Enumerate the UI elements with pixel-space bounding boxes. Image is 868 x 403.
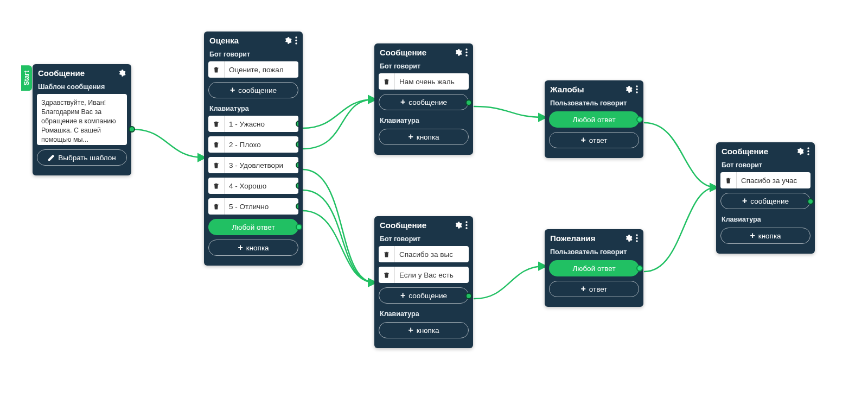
trash-icon[interactable] (208, 178, 225, 194)
plus-icon: + (238, 243, 242, 252)
any-answer-button[interactable]: Любой ответ (549, 260, 639, 276)
gear-icon[interactable] (796, 147, 804, 155)
plus-icon: + (408, 326, 413, 335)
node-title: Жалобы (550, 85, 584, 94)
keyboard-button-row[interactable]: 5 - Отлично (208, 198, 298, 215)
plus-icon: + (408, 133, 413, 141)
add-answer-button[interactable]: + ответ (549, 132, 639, 148)
trash-icon[interactable] (379, 73, 395, 90)
more-icon[interactable] (636, 234, 638, 242)
message-row[interactable]: Если у Вас есть (379, 267, 469, 283)
node-message-final[interactable]: Сообщение Бот говорит Спасибо за учас + … (716, 142, 815, 254)
trash-icon[interactable] (379, 246, 395, 262)
add-answer-label: ответ (589, 285, 608, 293)
add-button-button[interactable]: + кнопка (379, 129, 469, 145)
trash-icon[interactable] (208, 61, 225, 78)
node-complaints[interactable]: Жалобы Пользователь говорит Любой ответ … (545, 80, 643, 158)
add-answer-label: ответ (589, 136, 608, 144)
add-button-button[interactable]: + кнопка (720, 228, 810, 244)
node-message-sorry[interactable]: Сообщение Бот говорит Нам очень жаль + с… (374, 43, 473, 155)
svg-point-8 (465, 227, 467, 229)
node-wishes[interactable]: Пожелания Пользователь говорит Любой отв… (545, 229, 643, 307)
more-icon[interactable] (465, 221, 468, 229)
add-message-button[interactable]: + сообщение (720, 193, 810, 209)
gear-icon[interactable] (454, 221, 462, 229)
output-port[interactable] (636, 265, 643, 272)
message-row[interactable]: Спасибо за выс (379, 246, 469, 262)
more-icon[interactable] (465, 48, 468, 56)
keyboard-button-row[interactable]: 4 - Хорошо (208, 178, 298, 194)
svg-point-3 (465, 48, 467, 50)
output-port[interactable] (296, 203, 298, 210)
keyboard-button-row[interactable]: 2 - Плохо (208, 136, 298, 153)
svg-point-11 (636, 91, 637, 93)
button-text: 4 - Хорошо (225, 182, 298, 190)
more-icon[interactable] (295, 36, 297, 45)
message-text: Если у Вас есть (395, 271, 469, 279)
plus-icon: + (400, 291, 405, 300)
choose-template-button[interactable]: Выбрать шаблон (37, 149, 127, 166)
any-answer-label: Любой ответ (572, 116, 615, 124)
start-badge: Start (21, 65, 32, 91)
button-text: 3 - Удовлетвори (225, 161, 298, 169)
message-text: Оцените, пожал (225, 66, 298, 74)
plus-icon: + (750, 231, 755, 240)
svg-point-2 (295, 42, 297, 44)
output-port[interactable] (296, 224, 302, 230)
gear-icon[interactable] (624, 85, 633, 93)
svg-point-9 (636, 85, 637, 87)
add-message-button[interactable]: + сообщение (208, 82, 298, 98)
trash-icon[interactable] (379, 267, 395, 283)
node-title: Сообщение (380, 48, 426, 57)
output-port[interactable] (296, 162, 298, 168)
add-message-label: сообщение (750, 197, 789, 205)
any-answer-button[interactable]: Любой ответ (549, 111, 639, 128)
svg-point-6 (465, 221, 467, 223)
add-answer-button[interactable]: + ответ (549, 281, 639, 297)
trash-icon[interactable] (208, 136, 225, 153)
flow-canvas[interactable]: Start Сообщение Шаблон сообщения Здравст… (0, 0, 868, 403)
output-port[interactable] (296, 121, 298, 127)
node-message-thanks[interactable]: Сообщение Бот говорит Спасибо за выс Есл… (374, 216, 473, 348)
output-port[interactable] (296, 141, 298, 148)
add-message-button[interactable]: + сообщение (379, 287, 469, 304)
output-port[interactable] (129, 126, 135, 133)
add-button-button[interactable]: + кнопка (379, 322, 469, 338)
output-port[interactable] (807, 198, 814, 205)
gear-icon[interactable] (284, 36, 292, 45)
node-title: Сообщение (380, 221, 426, 230)
trash-icon[interactable] (720, 172, 737, 188)
more-icon[interactable] (636, 85, 638, 93)
add-button-button[interactable]: + кнопка (208, 240, 298, 256)
node-message-start[interactable]: Сообщение Шаблон сообщения Здравствуйте,… (33, 64, 131, 175)
add-message-button[interactable]: + сообщение (379, 94, 469, 110)
keyboard-button-row[interactable]: 3 - Удовлетвори (208, 157, 298, 173)
trash-icon[interactable] (208, 198, 225, 215)
more-icon[interactable] (807, 147, 809, 155)
any-answer-label: Любой ответ (232, 223, 275, 231)
message-row[interactable]: Оцените, пожал (208, 61, 298, 78)
any-answer-button[interactable]: Любой ответ (208, 219, 298, 235)
svg-point-13 (636, 237, 637, 239)
user-says-label: Пользователь говорит (549, 246, 639, 259)
gear-icon[interactable] (118, 69, 126, 77)
svg-point-10 (636, 89, 637, 90)
gear-icon[interactable] (624, 234, 633, 242)
keyboard-button-row[interactable]: 1 - Ужасно (208, 116, 298, 132)
node-title: Пожелания (550, 234, 595, 243)
trash-icon[interactable] (208, 116, 225, 132)
trash-icon[interactable] (208, 157, 225, 173)
gear-icon[interactable] (454, 48, 462, 56)
output-port[interactable] (636, 116, 643, 123)
output-port[interactable] (465, 99, 472, 106)
output-port[interactable] (296, 182, 298, 189)
message-row[interactable]: Спасибо за учас (720, 172, 810, 188)
message-text: Нам очень жаль (395, 78, 469, 86)
svg-point-17 (807, 153, 809, 155)
add-button-label: кнопка (246, 244, 269, 252)
svg-point-1 (295, 40, 297, 41)
node-rating[interactable]: Оценка Бот говорит Оцените, пожал + сооб… (204, 32, 303, 266)
output-port[interactable] (465, 293, 472, 299)
message-row[interactable]: Нам очень жаль (379, 73, 469, 90)
button-text: 2 - Плохо (225, 141, 298, 149)
